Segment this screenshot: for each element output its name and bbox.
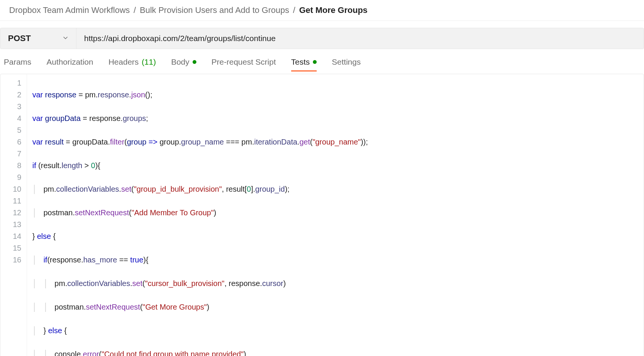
url-input[interactable] bbox=[77, 28, 644, 49]
line-number: 11 bbox=[0, 195, 27, 207]
line-number: 6 bbox=[0, 136, 27, 148]
code-content[interactable]: var response = pm.response.json(); var g… bbox=[27, 74, 644, 356]
code-line: │ │ postman.setNextRequest("Get More Gro… bbox=[32, 301, 638, 313]
code-line: var response = pm.response.json(); bbox=[32, 89, 638, 101]
breadcrumb: Dropbox Team Admin Workflows / Bulk Prov… bbox=[0, 0, 644, 21]
code-line: │ pm.collectionVariables.set("group_id_b… bbox=[32, 183, 638, 195]
line-number: 3 bbox=[0, 101, 27, 113]
line-gutter: 12345678910111213141516 bbox=[0, 74, 27, 356]
line-number: 15 bbox=[0, 242, 27, 254]
tab-headers[interactable]: Headers (11) bbox=[108, 57, 156, 72]
code-line: } else { bbox=[32, 230, 638, 242]
line-number: 12 bbox=[0, 207, 27, 219]
code-line: │ │ console.error("Could not find group … bbox=[32, 348, 638, 356]
line-number: 5 bbox=[0, 124, 27, 136]
line-number: 13 bbox=[0, 219, 27, 230]
line-number: 8 bbox=[0, 160, 27, 172]
tab-prerequest[interactable]: Pre-request Script bbox=[212, 57, 276, 72]
tab-body[interactable]: Body bbox=[171, 57, 196, 72]
line-number: 10 bbox=[0, 183, 27, 195]
line-number: 16 bbox=[0, 254, 27, 266]
request-bar: POST bbox=[0, 28, 644, 49]
line-number: 2 bbox=[0, 89, 27, 101]
request-tabs: Params Authorization Headers (11) Body P… bbox=[0, 49, 644, 72]
tab-settings[interactable]: Settings bbox=[332, 57, 361, 72]
method-label: POST bbox=[8, 33, 31, 43]
code-line: │ } else { bbox=[32, 325, 638, 337]
line-number: 9 bbox=[0, 172, 27, 183]
status-dot-icon bbox=[313, 60, 317, 64]
line-number: 14 bbox=[0, 230, 27, 242]
headers-count: (11) bbox=[142, 57, 156, 67]
code-editor[interactable]: 12345678910111213141516 var response = p… bbox=[0, 74, 644, 356]
code-line: │ postman.setNextRequest("Add Member To … bbox=[32, 207, 638, 219]
breadcrumb-item-1[interactable]: Dropbox Team Admin Workflows bbox=[9, 5, 130, 15]
code-line: if (result.length > 0){ bbox=[32, 160, 638, 172]
chevron-down-icon bbox=[62, 35, 69, 42]
code-line: var groupData = response.groups; bbox=[32, 113, 638, 124]
code-line: │ │ pm.collectionVariables.set("cursor_b… bbox=[32, 278, 638, 289]
code-line: var result = groupData.filter(group => g… bbox=[32, 136, 638, 148]
tab-params[interactable]: Params bbox=[4, 57, 31, 72]
breadcrumb-item-current: Get More Groups bbox=[299, 5, 368, 15]
tab-authorization[interactable]: Authorization bbox=[46, 57, 93, 72]
line-number: 7 bbox=[0, 148, 27, 160]
method-selector[interactable]: POST bbox=[0, 28, 77, 49]
breadcrumb-separator: / bbox=[134, 5, 136, 15]
line-number: 1 bbox=[0, 77, 27, 89]
breadcrumb-separator: / bbox=[293, 5, 295, 15]
line-number: 4 bbox=[0, 113, 27, 124]
status-dot-icon bbox=[193, 60, 196, 64]
tab-tests[interactable]: Tests bbox=[291, 57, 317, 72]
code-line: │ if(response.has_more == true){ bbox=[32, 254, 638, 266]
breadcrumb-item-2[interactable]: Bulk Provision Users and Add to Groups bbox=[140, 5, 289, 15]
